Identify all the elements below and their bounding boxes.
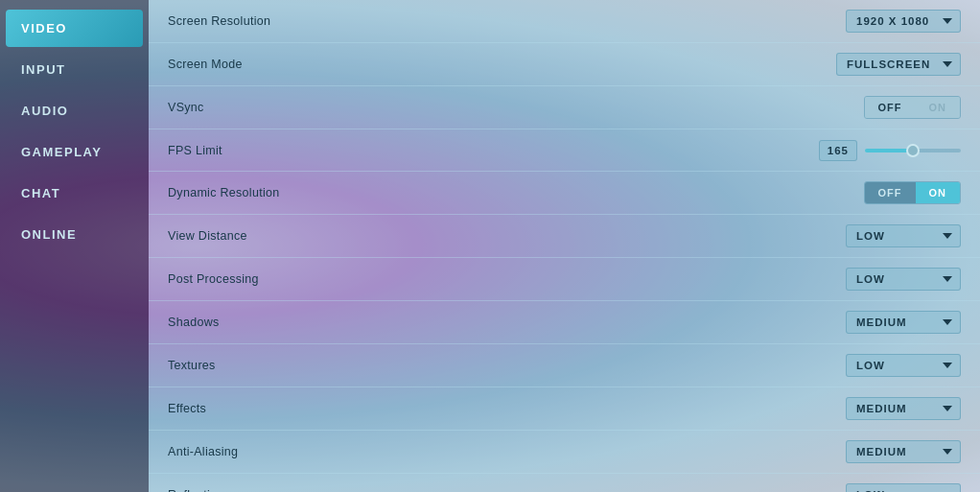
setting-label-fps-limit: FPS Limit — [168, 144, 222, 157]
dropdown-reflections[interactable]: LOWMEDIUMHIGHEPIC — [846, 483, 961, 492]
setting-label-vsync: VSync — [168, 101, 204, 114]
dropdown-view-distance[interactable]: LOWMEDIUMHIGHEPIC — [846, 224, 961, 247]
setting-label-anti-aliasing: Anti-Aliasing — [168, 445, 238, 458]
dropdown-screen-mode[interactable]: FULLSCREENWINDOWEDBORDERLESS — [836, 53, 961, 76]
settings-row-dynamic-resolution: Dynamic ResolutionOFFON — [149, 172, 980, 215]
sidebar-item-gameplay[interactable]: GAMEPLAY — [6, 133, 143, 171]
settings-row-view-distance: View DistanceLOWMEDIUMHIGHEPIC — [149, 215, 980, 258]
dropdown-effects[interactable]: LOWMEDIUMHIGHEPIC — [846, 397, 961, 420]
setting-label-textures: Textures — [168, 359, 216, 372]
slider-input-fps-limit[interactable] — [865, 149, 961, 152]
settings-row-shadows: ShadowsLOWMEDIUMHIGHEPIC — [149, 301, 980, 344]
slider-value-fps-limit: 165 — [819, 140, 857, 161]
settings-row-textures: TexturesLOWMEDIUMHIGHEPIC — [149, 344, 980, 387]
setting-control-screen-resolution: 1920 X 10801280 X 7202560 X 1440 — [846, 10, 961, 33]
setting-control-post-processing: LOWMEDIUMHIGHEPIC — [846, 268, 961, 291]
toggle-btn-off-vsync[interactable]: OFF — [865, 97, 916, 118]
toggle-btn-on-vsync[interactable]: ON — [916, 97, 961, 118]
settings-row-vsync: VSyncOFFON — [149, 86, 980, 129]
dropdown-post-processing[interactable]: LOWMEDIUMHIGHEPIC — [846, 268, 961, 291]
toggle-btn-on-dynamic-resolution[interactable]: ON — [916, 182, 961, 203]
sidebar-item-video[interactable]: VIDEO — [6, 10, 143, 47]
slider-container-fps-limit: 165 — [819, 140, 961, 161]
setting-label-effects: Effects — [168, 402, 206, 415]
setting-label-dynamic-resolution: Dynamic Resolution — [168, 186, 280, 199]
toggle-btn-off-dynamic-resolution[interactable]: OFF — [865, 182, 916, 203]
setting-control-fps-limit: 165 — [819, 140, 961, 161]
settings-row-effects: EffectsLOWMEDIUMHIGHEPIC — [149, 387, 980, 431]
settings-row-fps-limit: FPS Limit165 — [149, 129, 980, 172]
dropdown-screen-resolution[interactable]: 1920 X 10801280 X 7202560 X 1440 — [846, 10, 961, 33]
setting-label-view-distance: View Distance — [168, 229, 247, 243]
toggle-vsync: OFFON — [864, 96, 962, 119]
sidebar: VIDEOINPUTAUDIOGAMEPLAYCHATONLINE — [0, 0, 149, 492]
setting-control-reflections: LOWMEDIUMHIGHEPIC — [846, 483, 961, 492]
setting-control-effects: LOWMEDIUMHIGHEPIC — [846, 397, 961, 420]
dropdown-textures[interactable]: LOWMEDIUMHIGHEPIC — [846, 354, 961, 377]
setting-control-shadows: LOWMEDIUMHIGHEPIC — [846, 311, 961, 334]
settings-row-post-processing: Post ProcessingLOWMEDIUMHIGHEPIC — [149, 258, 980, 301]
dropdown-shadows[interactable]: LOWMEDIUMHIGHEPIC — [846, 311, 961, 334]
setting-control-vsync: OFFON — [864, 96, 962, 119]
setting-control-view-distance: LOWMEDIUMHIGHEPIC — [846, 224, 961, 247]
sidebar-item-chat[interactable]: CHAT — [6, 175, 143, 212]
setting-label-screen-resolution: Screen Resolution — [168, 14, 270, 28]
settings-row-screen-mode: Screen ModeFULLSCREENWINDOWEDBORDERLESS — [149, 43, 980, 86]
setting-label-shadows: Shadows — [168, 316, 220, 329]
settings-row-screen-resolution: Screen Resolution1920 X 10801280 X 72025… — [149, 0, 980, 43]
setting-control-textures: LOWMEDIUMHIGHEPIC — [846, 354, 961, 377]
settings-row-anti-aliasing: Anti-AliasingLOWMEDIUMHIGHEPIC — [149, 431, 980, 474]
setting-label-post-processing: Post Processing — [168, 272, 259, 286]
dropdown-anti-aliasing[interactable]: LOWMEDIUMHIGHEPIC — [846, 440, 961, 463]
settings-row-reflections: ReflectionsLOWMEDIUMHIGHEPIC — [149, 474, 980, 492]
setting-control-screen-mode: FULLSCREENWINDOWEDBORDERLESS — [836, 53, 961, 76]
sidebar-item-audio[interactable]: AUDIO — [6, 92, 143, 129]
setting-control-dynamic-resolution: OFFON — [864, 181, 962, 204]
setting-control-anti-aliasing: LOWMEDIUMHIGHEPIC — [846, 440, 961, 463]
setting-label-reflections: Reflections — [168, 488, 230, 492]
sidebar-item-input[interactable]: INPUT — [6, 51, 143, 88]
sidebar-item-online[interactable]: ONLINE — [6, 216, 143, 253]
setting-label-screen-mode: Screen Mode — [168, 58, 243, 71]
main-content: Screen Resolution1920 X 10801280 X 72025… — [149, 0, 980, 492]
toggle-dynamic-resolution: OFFON — [864, 181, 962, 204]
